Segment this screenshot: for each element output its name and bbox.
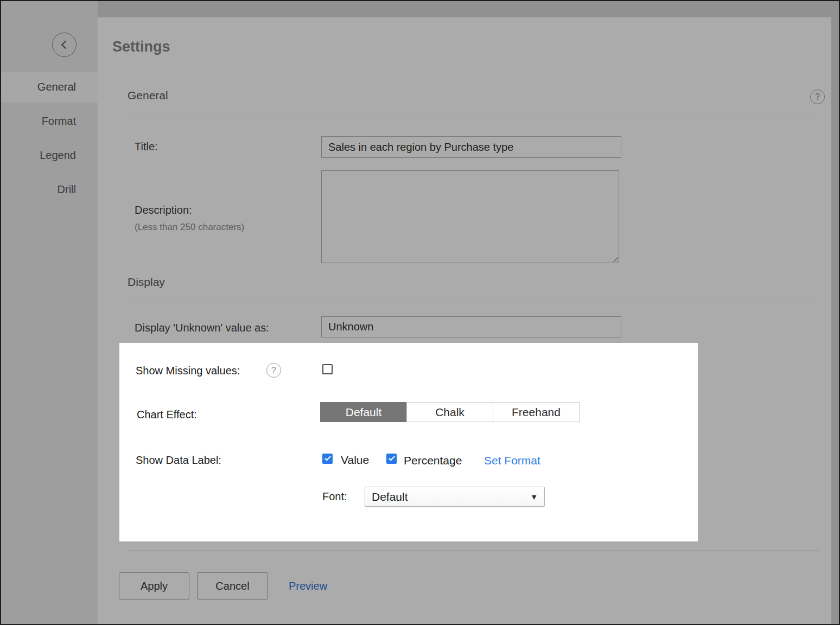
dropdown-arrow-icon: ▼ — [530, 493, 538, 501]
preview-link[interactable]: Preview — [289, 580, 327, 592]
value-checkbox-label[interactable]: Value — [341, 454, 369, 467]
divider — [128, 297, 820, 297]
title-label: Title: — [135, 141, 158, 153]
chart-effect-option-default[interactable]: Default — [320, 402, 407, 422]
divider — [128, 112, 820, 112]
description-label: Description: — [135, 204, 192, 216]
check-icon — [324, 454, 330, 461]
description-textarea[interactable] — [321, 170, 619, 263]
page-title: Settings — [112, 39, 170, 55]
back-button[interactable] — [52, 33, 77, 57]
percentage-checkbox[interactable] — [386, 454, 397, 464]
general-section-heading: General — [128, 89, 168, 102]
chart-effect-option-chalk[interactable]: Chalk — [406, 402, 493, 422]
question-glyph: ? — [815, 92, 820, 102]
sidebar-nav: General Format Legend Drill — [1, 72, 98, 208]
sidebar-item-general[interactable]: General — [1, 72, 98, 103]
percentage-checkbox-label[interactable]: Percentage — [404, 454, 462, 467]
description-hint: (Less than 250 characters) — [135, 222, 244, 233]
sidebar-item-drill[interactable]: Drill — [1, 174, 98, 205]
question-glyph: ? — [271, 366, 276, 375]
value-checkbox[interactable] — [322, 454, 333, 464]
font-label: Font: — [322, 490, 347, 503]
font-dropdown-value: Default — [372, 490, 408, 503]
display-section-heading: Display — [128, 276, 165, 289]
check-icon — [388, 454, 394, 461]
chart-effect-label: Chart Effect: — [137, 409, 197, 421]
sidebar: General Format Legend Drill — [1, 1, 98, 624]
display-unknown-label: Display 'Unknown' value as: — [135, 322, 269, 334]
show-data-label-label: Show Data Label: — [136, 454, 221, 467]
missing-values-label: Show Missing values: — [136, 365, 240, 377]
set-format-link[interactable]: Set Format — [484, 454, 540, 467]
chevron-left-icon — [61, 41, 70, 49]
sidebar-item-legend[interactable]: Legend — [1, 140, 98, 171]
missing-values-checkbox[interactable] — [322, 364, 333, 374]
unknown-value-input[interactable] — [321, 316, 621, 337]
sidebar-item-format[interactable]: Format — [1, 106, 98, 137]
settings-panel: Settings General ? Title: Description: (… — [98, 17, 831, 625]
help-icon[interactable]: ? — [810, 90, 825, 104]
help-icon[interactable]: ? — [266, 363, 281, 378]
chart-effect-option-freehand[interactable]: Freehand — [493, 402, 580, 422]
chart-effect-segmented-control: Default Chalk Freehand — [320, 402, 580, 422]
cancel-button[interactable]: Cancel — [197, 572, 268, 600]
apply-button[interactable]: Apply — [119, 572, 189, 600]
divider — [128, 550, 820, 551]
title-input[interactable] — [321, 136, 621, 158]
settings-screen: General Format Legend Drill Settings Gen… — [0, 0, 840, 625]
font-dropdown[interactable]: Default ▼ — [365, 487, 545, 507]
